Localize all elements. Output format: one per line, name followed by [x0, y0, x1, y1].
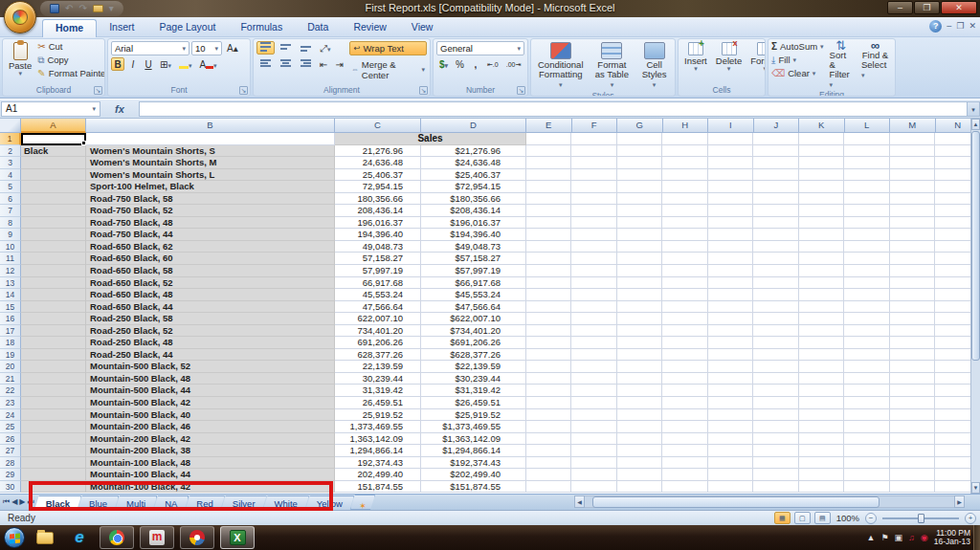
row-header-4[interactable]: 4	[0, 169, 21, 182]
zoom-level[interactable]: 100%	[836, 513, 859, 523]
cell-b12[interactable]: Road-650 Black, 58	[86, 265, 335, 277]
cell-d18[interactable]: $691,206.26	[421, 337, 526, 349]
wrap-text-button[interactable]: ↩Wrap Text	[349, 41, 427, 55]
cell-d5[interactable]: $72,954.15	[421, 181, 526, 193]
zoom-out-button[interactable]: −	[865, 513, 877, 524]
zoom-slider[interactable]	[882, 517, 959, 519]
font-dialog-launcher[interactable]: ↘	[239, 86, 248, 95]
cell-c13[interactable]: 66,917.68	[335, 277, 421, 290]
cell-d25[interactable]: $1,373,469.55	[421, 421, 526, 433]
empty-cells[interactable]	[526, 313, 970, 325]
decrease-decimal-button[interactable]: .00⇥	[503, 57, 524, 71]
cell-c2[interactable]: 21,276.96	[335, 145, 421, 158]
empty-cells[interactable]	[526, 253, 970, 265]
cell-a24[interactable]	[21, 409, 86, 422]
cell-d19[interactable]: $628,377.26	[421, 349, 526, 362]
taskbar-explorer-button[interactable]	[31, 526, 59, 549]
start-button[interactable]	[4, 527, 25, 548]
increase-indent-button[interactable]: ⇥	[332, 57, 345, 71]
cell-a13[interactable]	[21, 277, 86, 290]
cell-c20[interactable]: 22,139.59	[335, 361, 421, 373]
insert-cells-button[interactable]: Insert▾	[681, 41, 710, 84]
empty-cells[interactable]	[526, 145, 970, 158]
row-header-2[interactable]: 2	[0, 145, 21, 158]
zoom-in-button[interactable]: +	[965, 513, 976, 524]
fill-color-button[interactable]: ▾	[176, 57, 195, 71]
cell-a23[interactable]	[21, 397, 86, 409]
cell-c19[interactable]: 628,377.26	[335, 349, 421, 362]
row-header-13[interactable]: 13	[0, 277, 21, 290]
empty-cells[interactable]	[526, 385, 970, 397]
name-box[interactable]: A1▾	[1, 101, 100, 117]
taskbar-micromax-button[interactable]: m	[140, 526, 174, 549]
format-cells-button[interactable]: Format▾	[747, 41, 766, 84]
row-header-5[interactable]: 5	[0, 181, 21, 193]
empty-cells[interactable]	[526, 433, 970, 446]
find-select-button[interactable]: ∞Find &Select ▾	[858, 41, 892, 89]
zoom-slider-thumb[interactable]	[918, 514, 924, 523]
empty-cells[interactable]	[526, 397, 970, 409]
cell-d30[interactable]: $151,874.55	[421, 481, 526, 494]
select-all-corner[interactable]	[0, 119, 21, 133]
horizontal-scroll-thumb[interactable]	[592, 496, 880, 508]
row-header-22[interactable]: 22	[0, 385, 21, 397]
center-button[interactable]	[277, 57, 295, 71]
next-sheet-icon[interactable]: ▶	[19, 497, 25, 507]
cell-a16[interactable]	[21, 313, 86, 325]
row-header-27[interactable]: 27	[0, 445, 21, 457]
cell-b10[interactable]: Road-650 Black, 62	[86, 241, 335, 253]
help-icon[interactable]: ?	[929, 20, 942, 33]
cell-c28[interactable]: 192,374.43	[335, 457, 421, 470]
cell-d26[interactable]: $1,363,142.09	[421, 433, 526, 446]
cell-d6[interactable]: $180,356.66	[421, 193, 526, 206]
cell-b26[interactable]: Mountain-200 Black, 42	[86, 433, 335, 446]
borders-button[interactable]: ⊞▾	[157, 57, 174, 71]
row-header-21[interactable]: 21	[0, 373, 21, 385]
cell-c27[interactable]: 1,294,866.14	[335, 445, 421, 457]
action-center-flag-icon[interactable]: ⚑	[881, 533, 889, 542]
empty-cells[interactable]	[526, 277, 970, 290]
taskbar-excel-button[interactable]: X	[220, 526, 255, 549]
empty-cells[interactable]	[526, 421, 970, 433]
row-header-29[interactable]: 29	[0, 469, 21, 481]
row-header-15[interactable]: 15	[0, 301, 21, 314]
row-header-24[interactable]: 24	[0, 409, 21, 422]
cell-d11[interactable]: $57,158.27	[421, 253, 526, 265]
cell-a8[interactable]	[21, 217, 86, 230]
column-header-b[interactable]: B	[86, 119, 335, 133]
network-icon[interactable]: ▣	[895, 533, 903, 542]
taskbar-internet-explorer-button[interactable]: e	[65, 526, 94, 549]
format-painter-button[interactable]: ✎Format Painter	[37, 68, 105, 79]
empty-cells[interactable]	[526, 181, 970, 193]
conditional-formatting-button[interactable]: ConditionalFormatting ▾	[534, 41, 588, 90]
vertical-scroll-thumb[interactable]	[971, 131, 980, 361]
cell-b21[interactable]: Mountain-500 Black, 48	[86, 373, 335, 385]
cell-d12[interactable]: $57,997.19	[421, 265, 526, 277]
column-header-j[interactable]: J	[754, 119, 800, 133]
scroll-up-icon[interactable]: ▲	[971, 119, 980, 130]
cell-d20[interactable]: $22,139.59	[421, 361, 526, 373]
cell-c8[interactable]: 196,016.37	[335, 217, 421, 230]
cell-a26[interactable]	[21, 433, 86, 446]
ribbon-tab-insert[interactable]: Insert	[97, 19, 146, 37]
cell-b15[interactable]: Road-650 Black, 44	[86, 301, 335, 314]
row-header-11[interactable]: 11	[0, 253, 21, 265]
cell-c15[interactable]: 47,566.64	[335, 301, 421, 314]
scroll-down-icon[interactable]: ▼	[971, 482, 980, 494]
column-header-n[interactable]: N	[936, 119, 971, 133]
row-header-28[interactable]: 28	[0, 457, 21, 470]
cell-a29[interactable]	[21, 469, 86, 481]
column-header-c[interactable]: C	[335, 119, 421, 133]
cell-b18[interactable]: Road-250 Black, 48	[86, 337, 335, 349]
cell-c30[interactable]: 151,874.55	[335, 481, 421, 494]
workbook-minimize-icon[interactable]: –	[947, 20, 951, 33]
cell-c6[interactable]: 180,356.66	[335, 193, 421, 206]
empty-cells[interactable]	[526, 409, 970, 422]
workbook-close-icon[interactable]: ✕	[969, 20, 976, 33]
volume-muted-icon[interactable]: ♫	[908, 533, 915, 542]
cell-d2[interactable]: $21,276.96	[421, 145, 526, 158]
taskbar-media-app-button[interactable]	[180, 526, 214, 549]
cell-c24[interactable]: 25,919.52	[335, 409, 421, 422]
clear-button[interactable]: ⌫Clear▾	[771, 68, 824, 79]
cell-a14[interactable]	[21, 289, 86, 301]
